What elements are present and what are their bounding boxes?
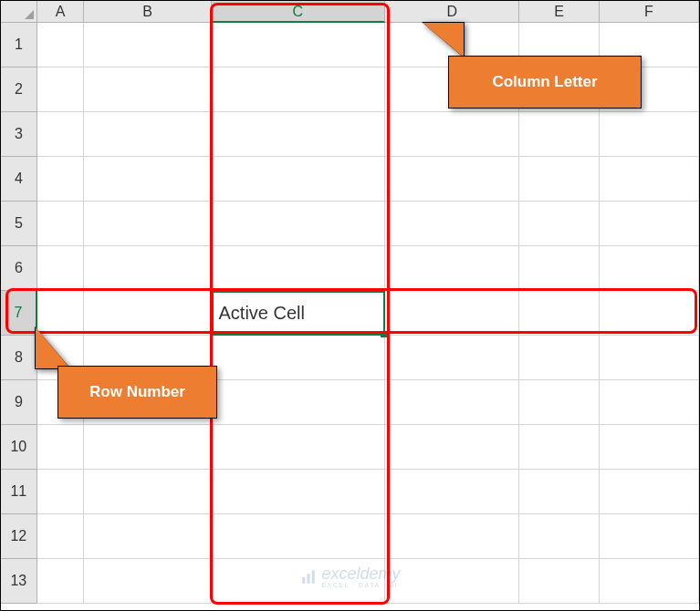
cell-C6[interactable] [212,246,386,291]
row-header-13[interactable]: 13 [1,559,37,604]
grid-row: 12 [1,514,699,559]
cell-F11[interactable] [600,470,699,514]
cell-C2[interactable] [212,67,386,112]
cell-E5[interactable] [519,202,599,246]
row-header-6[interactable]: 6 [1,246,37,291]
cell-A3[interactable] [37,112,85,157]
cell-B5[interactable] [84,202,211,246]
cell-F9[interactable] [600,380,699,425]
cell-E6[interactable] [519,246,599,291]
grid-row: 6 [1,246,699,291]
column-callout-arrow [423,23,464,57]
cell-E9[interactable] [519,380,599,425]
cell-B2[interactable] [84,67,211,112]
row-header-4[interactable]: 4 [1,157,37,202]
cell-F13[interactable] [600,559,699,604]
cell-C12[interactable] [212,514,386,559]
row-header-7[interactable]: 7 [1,291,37,336]
cell-A2[interactable] [37,67,85,112]
row-number-callout: Row Number [57,366,217,419]
cell-D5[interactable] [385,202,519,246]
grid-row: 4 [1,157,699,202]
cell-F3[interactable] [600,112,699,157]
column-header-E[interactable]: E [519,1,599,23]
row-header-8[interactable]: 8 [1,336,37,380]
cell-F6[interactable] [600,246,699,291]
cell-F10[interactable] [600,425,699,470]
cell-D8[interactable] [385,336,519,380]
cell-B11[interactable] [84,470,211,514]
cell-D4[interactable] [385,157,519,202]
cell-C7[interactable]: Active Cell [212,291,386,336]
cell-D3[interactable] [385,112,519,157]
row-header-1[interactable]: 1 [1,23,37,67]
cell-B6[interactable] [84,246,211,291]
cell-B1[interactable] [84,23,211,67]
cell-D11[interactable] [385,470,519,514]
grid-row: 3 [1,112,699,157]
cell-D7[interactable] [385,291,519,336]
grid-row: 11 [1,470,699,514]
column-header-D[interactable]: D [385,1,519,23]
grid-row: 13 [1,559,699,604]
cell-E13[interactable] [519,559,599,604]
row-header-3[interactable]: 3 [1,112,37,157]
cell-A10[interactable] [37,425,85,470]
cell-C5[interactable] [212,202,386,246]
cell-E10[interactable] [519,425,599,470]
row-header-10[interactable]: 10 [1,425,37,470]
cell-C1[interactable] [212,23,386,67]
cell-A11[interactable] [37,470,85,514]
cell-F8[interactable] [600,336,699,380]
cell-F4[interactable] [600,157,699,202]
cell-E8[interactable] [519,336,599,380]
cell-B7[interactable] [84,291,211,336]
grid-row: 5 [1,202,699,246]
cell-A1[interactable] [37,23,85,67]
cell-F12[interactable] [600,514,699,559]
cell-E7[interactable] [519,291,599,336]
column-header-C[interactable]: C [212,1,386,23]
cell-B13[interactable] [84,559,211,604]
cell-D6[interactable] [385,246,519,291]
cell-D10[interactable] [385,425,519,470]
cell-D12[interactable] [385,514,519,559]
cell-C11[interactable] [212,470,386,514]
column-letter-callout: Column Letter [448,56,642,109]
cell-A13[interactable] [37,559,85,604]
row-header-9[interactable]: 9 [1,380,37,425]
cell-A12[interactable] [37,514,85,559]
cell-C8[interactable] [212,336,386,380]
column-header-B[interactable]: B [84,1,211,23]
grid-row: 7Active Cell [1,291,699,336]
row-header-2[interactable]: 2 [1,67,37,112]
cell-B4[interactable] [84,157,211,202]
cell-E3[interactable] [519,112,599,157]
row-callout-arrow [36,327,70,368]
cell-C9[interactable] [212,380,386,425]
cell-E12[interactable] [519,514,599,559]
cell-D9[interactable] [385,380,519,425]
cell-C3[interactable] [212,112,386,157]
cell-A6[interactable] [37,246,85,291]
cell-B3[interactable] [84,112,211,157]
cell-C13[interactable] [212,559,386,604]
column-header-F[interactable]: F [600,1,699,23]
cell-C4[interactable] [212,157,386,202]
cell-D13[interactable] [385,559,519,604]
cell-A5[interactable] [37,202,85,246]
row-header-11[interactable]: 11 [1,470,37,514]
fill-handle[interactable] [381,331,387,337]
cell-C10[interactable] [212,425,386,470]
row-header-5[interactable]: 5 [1,202,37,246]
cell-F5[interactable] [600,202,699,246]
cell-F7[interactable] [600,291,699,336]
cell-E11[interactable] [519,470,599,514]
cell-E4[interactable] [519,157,599,202]
cell-B12[interactable] [84,514,211,559]
column-header-A[interactable]: A [37,1,85,23]
select-all-corner[interactable] [1,1,37,23]
cell-A4[interactable] [37,157,85,202]
cell-B10[interactable] [84,425,211,470]
row-header-12[interactable]: 12 [1,514,37,559]
